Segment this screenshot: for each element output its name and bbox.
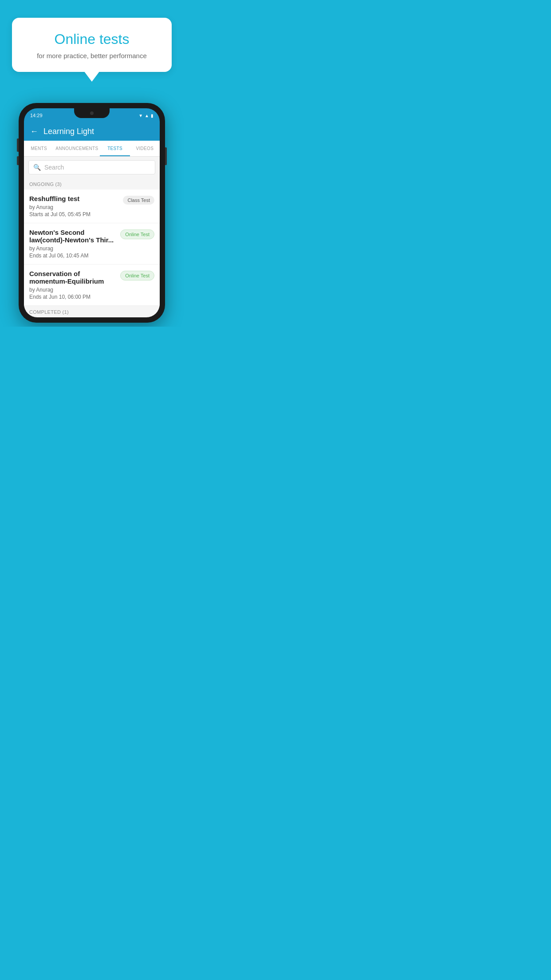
tabs-container: MENTS ANNOUNCEMENTS TESTS VIDEOS [24,141,160,157]
test-date-1: Starts at Jul 05, 05:45 PM [29,211,119,217]
test-name-2: Newton's Second law(contd)-Newton's Thir… [29,229,117,244]
test-item-info-3: Conservation of momentum-Equilibrium by … [29,270,117,300]
status-time: 14:29 [30,113,43,118]
test-item-2[interactable]: Newton's Second law(contd)-Newton's Thir… [24,223,160,265]
bubble-title: Online tests [25,31,158,47]
test-item-3[interactable]: Conservation of momentum-Equilibrium by … [24,265,160,306]
speech-bubble: Online tests for more practice, better p… [12,18,172,72]
test-badge-3: Online Test [120,271,154,281]
volume-button-1 [17,138,19,152]
test-badge-1: Class Test [123,196,154,205]
test-item-info-1: Reshuffling test by Anurag Starts at Jul… [29,195,119,217]
tab-announcements[interactable]: ANNOUNCEMENTS [54,141,100,156]
search-input-wrapper[interactable]: 🔍 Search [28,160,155,174]
test-date-2: Ends at Jul 06, 10:45 AM [29,253,117,259]
phone-frame: 14:29 ▼ ▲ ▮ ← Learning Light MENTS [19,103,165,323]
section-completed-header: COMPLETED (1) [24,306,160,317]
tab-videos[interactable]: VIDEOS [130,141,160,156]
content-area: ONGOING (3) Reshuffling test by Anurag S… [24,178,160,317]
phone-screen: 14:29 ▼ ▲ ▮ ← Learning Light MENTS [24,108,160,317]
search-container: 🔍 Search [24,157,160,178]
test-name-3: Conservation of momentum-Equilibrium [29,270,117,285]
section-ongoing-header: ONGOING (3) [24,178,160,190]
tab-ments[interactable]: MENTS [24,141,54,156]
back-button[interactable]: ← [30,127,38,136]
bubble-subtitle: for more practice, better performance [25,52,158,59]
test-name-1: Reshuffling test [29,195,119,202]
test-badge-2: Online Test [120,229,154,239]
power-button [165,147,167,165]
test-author-2: by Anurag [29,245,117,252]
app-header: ← Learning Light [24,122,160,141]
camera [90,111,94,115]
test-item-1[interactable]: Reshuffling test by Anurag Starts at Jul… [24,190,160,223]
phone-wrapper: 14:29 ▼ ▲ ▮ ← Learning Light MENTS [0,103,184,323]
status-icons: ▼ ▲ ▮ [138,113,153,118]
test-date-3: Ends at Jun 10, 06:00 PM [29,294,117,300]
notch [74,108,110,118]
test-author-3: by Anurag [29,287,117,293]
battery-icon: ▮ [151,113,153,118]
signal-icon: ▲ [145,113,149,118]
search-placeholder: Search [44,164,64,171]
tab-tests[interactable]: TESTS [100,141,130,156]
app-title: Learning Light [43,127,94,136]
search-icon: 🔍 [33,164,41,171]
volume-button-2 [17,156,19,165]
status-bar: 14:29 ▼ ▲ ▮ [24,108,160,122]
speech-bubble-section: Online tests for more practice, better p… [0,0,184,85]
test-item-info-2: Newton's Second law(contd)-Newton's Thir… [29,229,117,259]
wifi-icon: ▼ [138,113,143,118]
test-author-1: by Anurag [29,204,119,210]
